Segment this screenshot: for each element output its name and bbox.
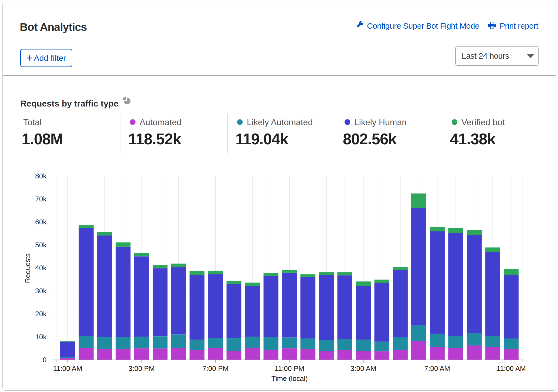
svg-text:40k: 40k bbox=[35, 264, 47, 272]
svg-text:3:00 PM: 3:00 PM bbox=[129, 364, 155, 373]
svg-text:20k: 20k bbox=[35, 310, 47, 318]
svg-text:Requests: Requests bbox=[24, 253, 32, 283]
svg-text:80k: 80k bbox=[35, 172, 47, 180]
svg-text:10k: 10k bbox=[35, 333, 47, 341]
svg-text:11:00 AM: 11:00 AM bbox=[497, 364, 526, 373]
svg-text:11:00 AM: 11:00 AM bbox=[53, 364, 82, 373]
svg-text:50k: 50k bbox=[35, 241, 47, 249]
svg-text:7:00 PM: 7:00 PM bbox=[202, 364, 229, 373]
svg-text:7:00 AM: 7:00 AM bbox=[424, 364, 450, 373]
svg-text:Time (local): Time (local) bbox=[271, 374, 308, 383]
svg-text:70k: 70k bbox=[35, 195, 47, 203]
svg-text:0: 0 bbox=[43, 356, 47, 364]
svg-text:30k: 30k bbox=[35, 287, 47, 295]
svg-text:3:00 AM: 3:00 AM bbox=[350, 364, 376, 373]
svg-text:11:00 PM: 11:00 PM bbox=[275, 364, 304, 373]
svg-text:60k: 60k bbox=[35, 218, 47, 226]
